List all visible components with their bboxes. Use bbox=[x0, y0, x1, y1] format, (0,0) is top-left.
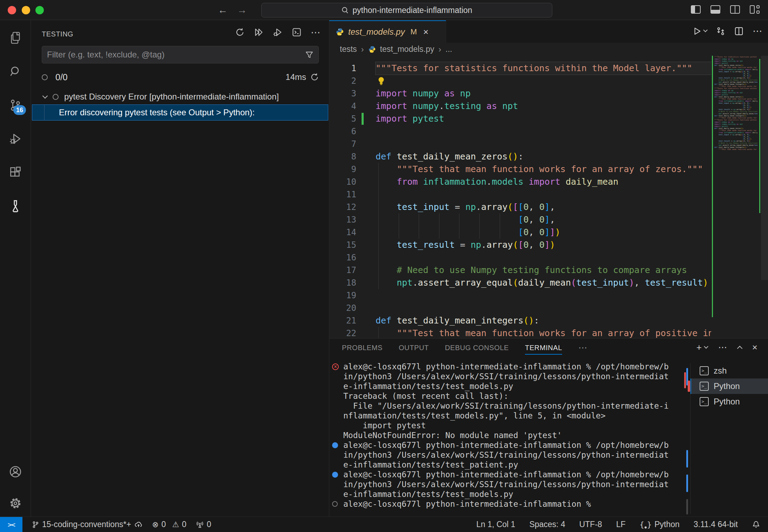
cursor-position-item[interactable]: Ln 1, Col 1 bbox=[476, 520, 515, 529]
terminal-dropdown-chevron-icon[interactable] bbox=[704, 344, 708, 349]
toggle-secondary-sidebar-icon[interactable] bbox=[730, 5, 740, 14]
test-tree-item-discovery-error[interactable]: pytest Discovery Error [python-intermedi… bbox=[31, 89, 329, 104]
code-line[interactable]: 8def test_daily_mean_zeros(): bbox=[329, 150, 711, 163]
python-interpreter-item[interactable]: 3.11.4 64-bit bbox=[694, 520, 738, 529]
code-line[interactable]: 9 """Test that mean function works for a… bbox=[329, 163, 711, 176]
rerun-icon[interactable] bbox=[310, 73, 319, 81]
run-dropdown-chevron-icon[interactable] bbox=[703, 28, 708, 32]
minimize-window-button[interactable] bbox=[22, 6, 30, 14]
editor-more-actions-icon[interactable]: ⋯ bbox=[753, 25, 762, 37]
code-line[interactable]: 21def test_daily_mean_integers(): bbox=[329, 314, 711, 327]
close-panel-icon[interactable]: × bbox=[752, 342, 757, 353]
split-editor-icon[interactable] bbox=[734, 27, 743, 36]
code-line[interactable]: 17 # Need to use Numpy testing functions… bbox=[329, 264, 711, 277]
accounts-icon[interactable] bbox=[0, 459, 31, 484]
code-line[interactable]: 10 from inflammation.models import daily… bbox=[329, 176, 711, 188]
terminal-tab-zsh[interactable]: >_zsh bbox=[690, 363, 768, 378]
notifications-bell-icon[interactable] bbox=[752, 520, 760, 529]
git-branch-item[interactable]: 15-coding-conventions*+ bbox=[32, 520, 143, 529]
open-changes-icon[interactable] bbox=[716, 27, 725, 36]
chevron-down-icon[interactable] bbox=[42, 93, 48, 98]
debug-tests-icon[interactable] bbox=[272, 27, 283, 38]
terminal-text: Traceback (most recent call last): bbox=[343, 391, 508, 401]
encoding-item[interactable]: UTF-8 bbox=[579, 520, 602, 529]
tab-close-icon[interactable]: × bbox=[423, 27, 429, 37]
ports-item[interactable]: 0 bbox=[196, 520, 211, 529]
code-line[interactable]: 18 npt.assert_array_equal(daily_mean(tes… bbox=[329, 277, 711, 289]
code-line[interactable]: 3import numpy as np bbox=[329, 87, 711, 100]
code-line[interactable]: 16 bbox=[329, 251, 711, 264]
tab-test-models[interactable]: test_models.py M × bbox=[329, 20, 446, 43]
code-line[interactable]: 19 bbox=[329, 289, 711, 302]
settings-gear-icon[interactable] bbox=[0, 491, 31, 516]
lightbulb-icon[interactable] bbox=[377, 76, 385, 87]
plus-icon[interactable]: + bbox=[696, 342, 702, 353]
maximize-panel-chevron-icon[interactable] bbox=[737, 346, 743, 352]
new-terminal-button[interactable]: + bbox=[696, 342, 708, 353]
eol-item[interactable]: LF bbox=[616, 520, 626, 529]
problems-item[interactable]: ⊗ 0 ⚠ 0 bbox=[152, 520, 187, 529]
run-all-tests-icon[interactable] bbox=[253, 27, 264, 38]
branch-icon bbox=[32, 520, 39, 529]
testing-icon[interactable] bbox=[0, 193, 31, 219]
toggle-sidebar-icon[interactable] bbox=[691, 5, 701, 14]
terminal-command-status-icon[interactable]: × bbox=[332, 363, 343, 370]
panel-tab-problems[interactable]: PROBLEMS bbox=[342, 339, 383, 357]
code-line[interactable]: 2 bbox=[329, 75, 711, 87]
code-line[interactable]: 13 [0, 0], bbox=[329, 213, 711, 226]
code-line[interactable]: 15 test_result = np.array([0, 0]) bbox=[329, 239, 711, 251]
code-line[interactable]: 4import numpy.testing as npt bbox=[329, 100, 711, 112]
code-line[interactable]: 6 bbox=[329, 125, 711, 138]
explorer-icon[interactable] bbox=[0, 25, 31, 50]
remote-indicator[interactable]: >< bbox=[0, 517, 22, 532]
terminal-output[interactable]: ×alex@c-losxq677l python-intermediate-in… bbox=[332, 362, 686, 514]
code-line[interactable]: 7 bbox=[329, 138, 711, 150]
terminal-command-status-icon[interactable] bbox=[332, 501, 343, 507]
breadcrumb-symbol[interactable]: ... bbox=[445, 45, 452, 54]
line-number: 1 bbox=[329, 62, 356, 75]
panel-more-actions-icon[interactable]: ⋯ bbox=[718, 342, 727, 353]
code-line[interactable]: 14 [0, 0]]) bbox=[329, 226, 711, 239]
terminal-command-status-icon[interactable] bbox=[332, 442, 343, 448]
terminal-tab-python[interactable]: >_Python bbox=[690, 394, 768, 409]
test-tree-item-error-message[interactable]: Error discovering pytest tests (see Outp… bbox=[32, 104, 328, 121]
sync-cloud-icon[interactable] bbox=[134, 520, 143, 529]
more-actions-icon[interactable]: ⋯ bbox=[310, 27, 321, 38]
extensions-icon[interactable] bbox=[0, 160, 31, 185]
refresh-tests-icon[interactable] bbox=[234, 27, 245, 38]
history-back-button[interactable]: ← bbox=[216, 3, 230, 17]
minimap[interactable]: """Tests for statistics functions within… bbox=[712, 56, 757, 317]
test-filter-input[interactable] bbox=[47, 50, 305, 60]
show-test-output-icon[interactable] bbox=[291, 27, 302, 38]
history-forward-button[interactable]: → bbox=[235, 3, 249, 17]
code-line[interactable]: 12 test_input = np.array([[0, 0], bbox=[329, 201, 711, 213]
run-python-file-button[interactable] bbox=[693, 27, 707, 36]
filter-funnel-icon[interactable] bbox=[305, 50, 314, 59]
breadcrumb-folder[interactable]: tests bbox=[340, 45, 357, 54]
search-sidebar-icon[interactable] bbox=[0, 59, 31, 84]
code-line[interactable]: 1"""Tests for statistics functions withi… bbox=[329, 62, 711, 75]
terminal-icon: >_ bbox=[700, 397, 709, 406]
toggle-panel-icon[interactable] bbox=[710, 5, 720, 14]
run-debug-icon[interactable] bbox=[0, 126, 31, 151]
code-line[interactable]: 22 """Test that mean function works for … bbox=[329, 327, 711, 338]
terminal-tab-python[interactable]: >_Python bbox=[690, 378, 768, 394]
panel-tab-terminal[interactable]: TERMINAL bbox=[525, 339, 562, 357]
command-center-search[interactable]: python-intermediate-inflammation bbox=[261, 3, 552, 18]
code-line[interactable]: 5import pytest bbox=[329, 112, 711, 125]
code-editor[interactable]: 1"""Tests for statistics functions withi… bbox=[329, 56, 711, 338]
code-line[interactable]: 11 bbox=[329, 188, 711, 201]
breadcrumb-file[interactable]: test_models.py bbox=[380, 45, 434, 54]
language-mode-item[interactable]: {} Python bbox=[640, 520, 680, 529]
panel-tab-output[interactable]: OUTPUT bbox=[399, 339, 429, 357]
source-control-icon[interactable]: 16 bbox=[0, 93, 31, 118]
indentation-item[interactable]: Spaces: 4 bbox=[529, 520, 565, 529]
panel-tab-debug-console[interactable]: DEBUG CONSOLE bbox=[445, 339, 509, 357]
code-line[interactable]: 20 bbox=[329, 302, 711, 314]
editor-scrollbar[interactable] bbox=[761, 56, 768, 280]
panel-tabs-more-icon[interactable]: ⋯ bbox=[578, 339, 588, 357]
customize-layout-icon[interactable] bbox=[750, 5, 760, 14]
maximize-window-button[interactable] bbox=[35, 6, 44, 14]
terminal-command-status-icon[interactable] bbox=[332, 472, 343, 478]
close-window-button[interactable] bbox=[8, 6, 16, 14]
